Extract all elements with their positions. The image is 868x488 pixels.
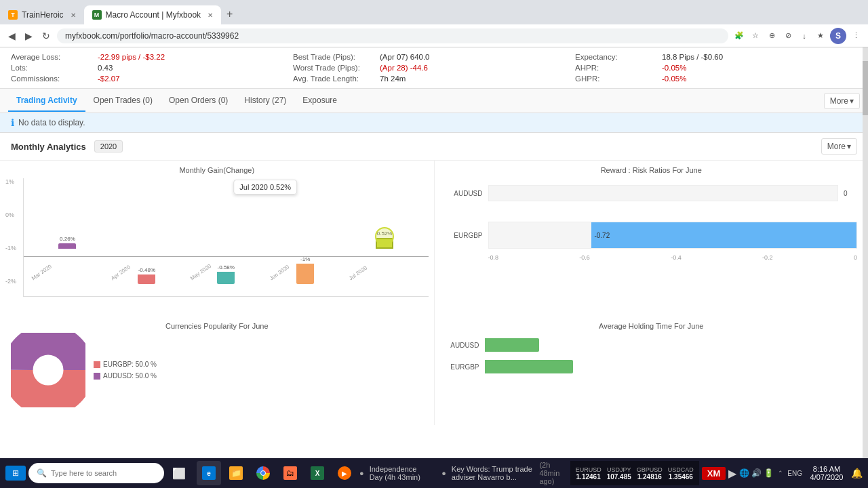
xm-logo[interactable]: XM <box>702 467 726 480</box>
y-axis: 1% 0% -1% -2% <box>5 178 23 297</box>
back-button[interactable]: ◀ <box>5 29 18 43</box>
lang-label: ENG <box>787 470 802 477</box>
stat-commissions: Commissions: -$2.07 <box>11 73 293 84</box>
scrollbar-thumb[interactable] <box>863 61 868 115</box>
stats-col1: Average Loss: -22.99 pips / -$3.22 Lots:… <box>11 52 293 84</box>
toolbar-icon-1[interactable]: ⊕ <box>765 29 778 43</box>
tab-open-orders[interactable]: Open Orders (0) <box>161 90 236 112</box>
analytics-chevron-icon: ▾ <box>847 142 851 151</box>
stats-col2: Best Trade (Pips): (Apr 07) 640.0 Worst … <box>293 52 575 84</box>
news-ticker: ● Independence Day (4h 43min) ● Key Word… <box>359 461 568 485</box>
y-label-neg2pct: -2% <box>5 278 23 285</box>
analytics-more-button[interactable]: More ▾ <box>821 138 857 155</box>
xm-arrow-icon[interactable]: ▶ <box>728 467 736 480</box>
reload-button[interactable]: ↻ <box>39 29 53 43</box>
taskbar-search-box[interactable]: 🔍 <box>28 463 164 483</box>
bar-label-may: -0.58% <box>218 264 235 270</box>
rr-bar-eurgbp: -0.72 <box>488 222 858 249</box>
taskbar-app-explorer[interactable]: 📁 <box>224 461 248 485</box>
stat-lots: Lots: 0.43 <box>11 62 293 73</box>
bar-may <box>217 272 235 284</box>
analytics-title: Monthly Analytics <box>11 142 86 152</box>
rr-x-axis: -0.8 -0.6 -0.4 -0.2 0 <box>446 254 858 261</box>
bar-group-apr: -0.48% Apr 2020 <box>108 178 185 284</box>
legend-eurgbp: EURGBP: 50.0 % <box>94 361 157 368</box>
address-input[interactable] <box>57 28 728 43</box>
task-view-button[interactable]: ⬜ <box>167 461 191 485</box>
forward-button[interactable]: ▶ <box>22 29 35 43</box>
more-label: More <box>830 96 848 106</box>
battery-icon: 🔋 <box>764 468 774 478</box>
stats-section: Average Loss: -22.99 pips / -$3.22 Lots:… <box>0 47 868 89</box>
rr-bar-audusd <box>488 185 839 201</box>
more-button[interactable]: More ▾ <box>824 93 860 109</box>
bars-area: Jul 2020 0.52% 0.26% Mar 2020 -0.48% <box>23 178 429 297</box>
new-tab-button[interactable]: + <box>221 8 238 20</box>
files-icon: 🗂 <box>283 466 297 480</box>
tab-label-myfxbook: Macro Account | Myfxbook <box>106 10 201 20</box>
taskbar-app-media[interactable]: ▶ <box>332 461 357 485</box>
taskbar-app-edge[interactable]: e <box>197 461 221 485</box>
tab-trading-activity[interactable]: Trading Activity <box>8 90 85 112</box>
tab-open-trades[interactable]: Open Trades (0) <box>85 90 161 112</box>
stat-label-best-trade: Best Trade (Pips): <box>293 53 374 61</box>
tab-history[interactable]: History (27) <box>236 90 294 112</box>
rr-chart-body: AUDUSD 0 EURGBP -0.72 -0.8 <box>440 178 863 268</box>
news-item-2: Key Words: Trump trade adviser Navarro b… <box>452 465 534 481</box>
year-badge[interactable]: 2020 <box>94 140 123 152</box>
pie-slice-audusd <box>18 340 79 401</box>
profile-avatar[interactable]: S <box>830 28 846 44</box>
bookmark-star-icon[interactable]: ☆ <box>749 29 762 43</box>
currency-rate-eurusd: 1.12461 <box>576 473 601 481</box>
rr-bar-fill-eurgbp: -0.72 <box>591 222 856 248</box>
stat-value-avg-length: 7h 24m <box>380 75 406 83</box>
currency-rate-gbpusd: 1.24816 <box>637 473 663 481</box>
tab-label-trainheroic: TrainHeroic <box>22 10 64 20</box>
more-sys-icons[interactable]: ⌃ <box>778 470 783 476</box>
legend-color-audusd <box>94 373 100 380</box>
toolbar-icon-4[interactable]: ★ <box>814 29 827 43</box>
tab-close-myfxbook[interactable]: ✕ <box>208 12 213 19</box>
start-button[interactable]: ⊞ <box>5 466 26 481</box>
address-bar: ◀ ▶ ↻ 🧩 ☆ ⊕ ⊘ ↓ ★ S ⋮ <box>0 24 868 47</box>
tab-close-trainheroic[interactable]: ✕ <box>71 12 76 19</box>
tab-favicon-myfxbook: M <box>92 10 102 20</box>
stat-ahpr: AHPR: -0.05% <box>575 62 857 73</box>
taskbar-app-files[interactable]: 🗂 <box>278 461 302 485</box>
stat-label-ghpr: GHPR: <box>575 75 656 83</box>
menu-icon[interactable]: ⋮ <box>849 29 863 43</box>
tab-myfxbook[interactable]: M Macro Account | Myfxbook ✕ <box>84 5 222 24</box>
scrollbar[interactable] <box>863 47 868 458</box>
avg-holding-time-chart: Average Holding Time For June AUDUSD EUR… <box>435 317 869 425</box>
taskbar-app-excel[interactable]: X <box>305 461 330 485</box>
pie-chart-svg <box>11 333 85 407</box>
bar-group-jul[interactable]: 0.52% Jul 2020 <box>347 178 423 284</box>
no-data-bar: ℹ No data to display. <box>0 113 868 133</box>
toolbar-icons: 🧩 ☆ ⊕ ⊘ ↓ ★ S ⋮ <box>732 28 863 44</box>
network-icon: 🌐 <box>739 468 749 478</box>
extensions-icon[interactable]: 🧩 <box>732 29 746 43</box>
ht-label-eurgbp: EURGBP <box>446 363 479 371</box>
rr-chart-panel: Reward : Risk Ratios For June AUDUSD 0 E… <box>435 161 869 317</box>
stat-value-lots: 0.43 <box>98 64 113 72</box>
rr-row-audusd: AUDUSD 0 <box>446 185 858 201</box>
bar-group-mar: 0.26% Mar 2020 <box>29 178 106 284</box>
taskbar-app-chrome[interactable] <box>251 461 275 485</box>
currency-pair-usdcad: USDCAD <box>668 466 694 473</box>
tab-exposure[interactable]: Exposure <box>294 90 345 112</box>
currency-usdjpy: USDJPY 107.485 <box>607 466 631 481</box>
x-label-jul: Jul 2020 <box>348 265 368 282</box>
tab-trainheroic[interactable]: T TrainHeroic ✕ <box>0 5 84 24</box>
currency-pair-gbpusd: GBPUSD <box>637 466 663 473</box>
search-input[interactable] <box>51 469 146 477</box>
currency-pair-eurusd: EURUSD <box>576 466 601 473</box>
notification-icon[interactable]: 🔔 <box>851 468 863 479</box>
toolbar-icon-2[interactable]: ⊘ <box>781 29 795 43</box>
charts-row-1: Monthly Gain(Change) 1% 0% -1% -2% Jul 2… <box>0 161 868 317</box>
windows-icon: ⊞ <box>12 468 19 478</box>
stat-label-commissions: Commissions: <box>11 75 92 83</box>
toolbar-icon-3[interactable]: ↓ <box>797 29 811 43</box>
pie-container: EURGBP: 50.0 % AUDUSD: 50.0 % <box>5 333 429 407</box>
currencies-title: Currencies Popularity For June <box>5 322 429 330</box>
stat-worst-trade: Worst Trade (Pips): (Apr 28) -44.6 <box>293 62 575 73</box>
